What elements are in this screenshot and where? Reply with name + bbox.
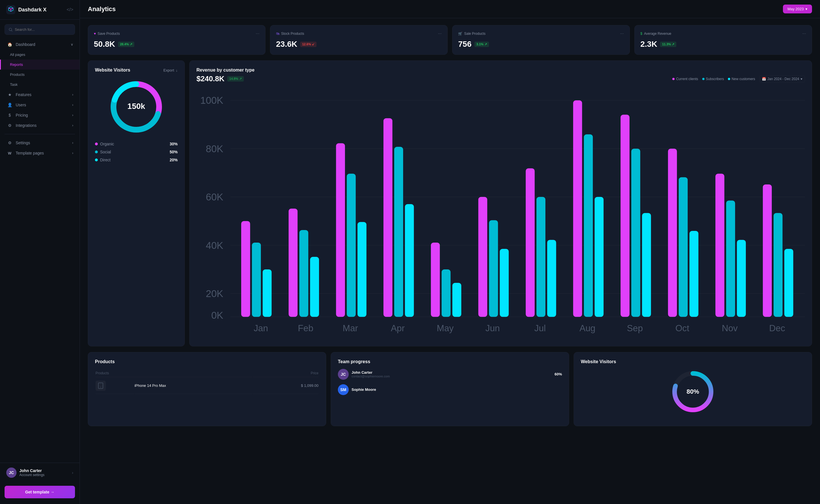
revenue-chart-card: Revenue by customer type $240.8K 14.8% ↗… (189, 60, 812, 346)
direct-dot (95, 158, 98, 161)
small-donut-svg: 80% (670, 369, 716, 414)
revenue-value: $240.8K (196, 74, 224, 83)
sidebar-item-label: Template pages (16, 151, 44, 155)
organic-dot (95, 143, 98, 145)
sidebar-item-dashboard[interactable]: 🏠 Dashboard ∨ (0, 39, 80, 50)
svg-rect-23 (252, 243, 261, 317)
search-icon (9, 28, 13, 32)
stat-number: 2.3K (640, 40, 657, 49)
sidebar-item-features[interactable]: ★ Features › (0, 90, 80, 100)
sidebar-item-task[interactable]: Task (0, 80, 80, 90)
sidebar-item-users[interactable]: 👤 Users › (0, 100, 80, 110)
svg-rect-28 (310, 257, 319, 317)
col-products-header: Products (96, 369, 252, 377)
legend-item-direct: Direct 20% (95, 156, 178, 164)
legend-subscribers: Subscribers (702, 77, 724, 81)
user-section[interactable]: JC John Carter Account settings › (0, 463, 80, 482)
svg-rect-38 (431, 243, 440, 317)
date-range-button[interactable]: 📅 Jan 2024 - Dec 2024 ▾ (759, 76, 805, 82)
avatar: JC (338, 369, 349, 380)
chevron-down-icon: ▾ (801, 77, 802, 81)
stat-card-stock-products: 🛍 Stock Products ··· 23.6K 12.6% ↙ (270, 25, 448, 55)
stat-title-label: Average Revenue (644, 32, 671, 36)
sidebar-item-settings[interactable]: ⚙ Settings › (0, 138, 80, 148)
chevron-right-icon: › (72, 103, 73, 107)
revenue-chart-title: Revenue by customer type (196, 68, 805, 73)
stat-title-label: Stock Products (281, 32, 304, 36)
sidebar-item-label: Reports (10, 62, 23, 67)
svg-text:0K: 0K (211, 310, 223, 321)
main-content: Analytics May 2023 ▾ ♥ Save Products ···… (80, 0, 820, 504)
search-input[interactable] (15, 27, 71, 32)
sidebar-item-label: Integrations (16, 123, 36, 128)
avatar: JC (6, 468, 17, 478)
more-icon[interactable]: ··· (620, 31, 624, 36)
svg-text:60K: 60K (206, 192, 223, 202)
visitors-title: Website Visitors (95, 68, 130, 73)
export-button[interactable]: Export ↓ (163, 68, 178, 72)
avatar-initials: JC (341, 372, 346, 377)
avatar: SM (338, 384, 349, 395)
sidebar-item-products[interactable]: Products (0, 70, 80, 80)
social-dot (95, 151, 98, 153)
search-box[interactable] (5, 24, 75, 35)
svg-rect-47 (537, 197, 545, 317)
svg-text:40K: 40K (206, 240, 223, 251)
svg-rect-54 (621, 115, 630, 317)
sidebar-item-label: Users (16, 103, 26, 107)
more-icon[interactable]: ··· (438, 31, 442, 36)
stat-badge: 28.4% ↗ (118, 42, 134, 47)
svg-text:Nov: Nov (722, 323, 738, 333)
topbar: Analytics May 2023 ▾ (80, 0, 820, 18)
svg-text:80K: 80K (206, 143, 223, 154)
stat-value: 23.6K 12.6% ↙ (276, 40, 442, 49)
svg-rect-30 (336, 143, 345, 317)
calendar-icon: 📅 (762, 77, 766, 81)
team-member-email: contact@sophiemoore.com (352, 375, 552, 378)
team-member-sophie: SM Sophie Moore (338, 384, 562, 395)
stat-card-title: 🛍 Stock Products (276, 32, 304, 36)
legend-item-organic: Organic 30% (95, 140, 178, 148)
sidebar-item-integrations[interactable]: ⚙ Integrations › (0, 120, 80, 131)
dollar-icon: $ (7, 113, 12, 117)
svg-rect-39 (442, 269, 450, 317)
get-template-button[interactable]: Get template → (5, 486, 75, 498)
stat-title-label: Save Products (98, 32, 120, 36)
svg-rect-56 (642, 213, 651, 317)
code-toggle-icon[interactable]: </> (67, 7, 73, 12)
sidebar-item-all-pages[interactable]: All pages (0, 50, 80, 60)
chevron-right-icon: › (72, 470, 73, 475)
products-card-title: Products (95, 359, 319, 364)
more-icon[interactable]: ··· (802, 31, 806, 36)
products-card: Products Products Price (88, 352, 326, 426)
star-icon: ★ (7, 92, 12, 97)
sidebar-item-template-pages[interactable]: W Template pages › (0, 148, 80, 158)
legend-current-clients: Current clients (672, 77, 698, 81)
sidebar-item-label: Pricing (16, 113, 28, 117)
template-icon: W (7, 151, 12, 155)
logo-icon (6, 5, 15, 14)
chevron-down-icon: ▾ (805, 7, 807, 11)
date-filter-button[interactable]: May 2023 ▾ (783, 5, 812, 13)
svg-rect-60 (689, 231, 698, 317)
dollar-icon: $ (640, 32, 642, 36)
sidebar-item-pricing[interactable]: $ Pricing › (0, 110, 80, 120)
more-icon[interactable]: ··· (256, 31, 259, 36)
dashboard-icon: 🏠 (7, 42, 12, 47)
stat-value: 50.8K 28.4% ↗ (94, 40, 259, 49)
logo-area: Dashdark X (6, 5, 46, 14)
team-member-name: Sophie Moore (352, 387, 559, 392)
date-range-label: Jan 2024 - Dec 2024 (768, 77, 799, 81)
sidebar-header: Dashdark X </> (0, 0, 80, 20)
team-progress-card: Team progress JC John Carter contact@sop… (331, 352, 569, 426)
sidebar-item-reports[interactable]: Reports (0, 60, 80, 70)
svg-rect-35 (394, 147, 403, 317)
export-label: Export (163, 68, 174, 72)
svg-rect-31 (347, 174, 356, 317)
svg-text:May: May (437, 323, 454, 333)
avatar-initials: SM (340, 387, 346, 392)
svg-text:Mar: Mar (343, 323, 358, 333)
team-info: John Carter contact@sophiemoore.com (352, 370, 552, 378)
legend-new-customers: New customers (728, 77, 755, 81)
team-progress-title: Team progress (338, 359, 562, 364)
